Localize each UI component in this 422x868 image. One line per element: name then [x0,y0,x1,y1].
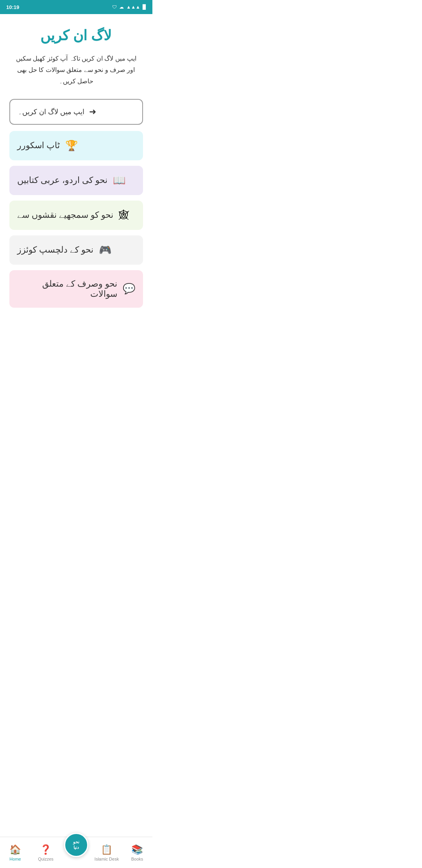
top-scores-label: ٹاپ اسکورر [17,140,60,151]
status-bar: 10:19 🛡 ☁ ▲▲▲ ▉ [0,0,152,14]
books-label: نحو کی اردو، عربی کتابیں [17,175,107,185]
top-scores-card[interactable]: 🏆 ٹاپ اسکورر [9,131,143,160]
status-time: 10:19 [6,4,19,10]
questions-icon: 💬 [123,283,135,295]
login-button-text: ایپ میں لاگ ان کریں۔ [18,108,84,116]
diagrams-card[interactable]: 🕸 نحو کو سمجھیے نقشوں سے [9,201,143,230]
status-icons: 🛡 ☁ ▲▲▲ ▉ [112,4,146,10]
quiz-icon: 🎮 [99,244,111,256]
cloud-icon: ☁ [119,4,124,10]
login-arrow-icon: ➜ [89,107,96,117]
signal-icon: ▲▲▲ [126,4,140,10]
shield-icon: 🛡 [112,4,117,10]
quizzes-card[interactable]: 🎮 نحو کے دلچسپ کوئزز [9,235,143,265]
questions-card[interactable]: 💬 نحو وصرف کے متعلق سوالات [9,270,143,308]
main-content: لاگ ان کریں ایپ میں لاگ ان کریں تاکہ آپ … [0,14,152,352]
page-description: ایپ میں لاگ ان کریں تاکہ آپ کوئز کھیل سک… [9,53,143,87]
battery-icon: ▉ [143,4,146,10]
quizzes-label: نحو کے دلچسپ کوئزز [17,245,93,255]
login-button[interactable]: ➜ ایپ میں لاگ ان کریں۔ [9,99,143,125]
network-icon: 🕸 [119,209,129,221]
diagrams-label: نحو کو سمجھیے نقشوں سے [17,210,113,220]
page-title: لاگ ان کریں [9,26,143,45]
book-icon: 📖 [113,174,125,187]
books-card[interactable]: 📖 نحو کی اردو، عربی کتابیں [9,166,143,195]
trophy-icon: 🏆 [65,140,78,152]
questions-label: نحو وصرف کے متعلق سوالات [17,279,117,299]
